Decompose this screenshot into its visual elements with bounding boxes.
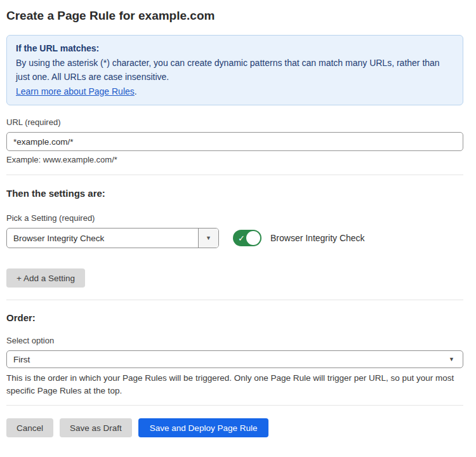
setting-select-value: Browser Integrity Check [7, 228, 198, 248]
add-setting-button[interactable]: + Add a Setting [6, 268, 85, 288]
settings-section-heading: Then the settings are: [6, 188, 463, 199]
divider [6, 175, 463, 175]
browser-integrity-toggle[interactable]: ✓ [233, 230, 261, 246]
order-select[interactable]: First ▼ [6, 350, 463, 368]
save-as-draft-button[interactable]: Save as Draft [60, 418, 132, 437]
save-and-deploy-button[interactable]: Save and Deploy Page Rule [138, 418, 269, 437]
setting-select[interactable]: Browser Integrity Check ▼ [6, 228, 219, 248]
url-input[interactable] [6, 132, 463, 151]
order-section-heading: Order: [6, 312, 463, 323]
setting-row: Browser Integrity Check ▼ ✓ Browser Inte… [6, 228, 463, 248]
chevron-down-icon: ▼ [206, 235, 211, 241]
page-rules-help-link[interactable]: Learn more about Page Rules [16, 86, 135, 96]
info-box-link-line: Learn more about Page Rules. [16, 84, 454, 99]
order-help-text: This is the order in which your Page Rul… [6, 372, 463, 397]
order-select-value: First [7, 351, 440, 368]
order-label: Select option [6, 336, 463, 345]
cancel-button[interactable]: Cancel [6, 418, 53, 437]
page-title: Create a Page Rule for example.com [6, 9, 463, 23]
footer-actions: Cancel Save as Draft Save and Deploy Pag… [6, 418, 463, 437]
url-match-info-box: If the URL matches: By using the asteris… [6, 35, 463, 105]
divider [6, 300, 463, 300]
page-rule-form: Create a Page Rule for example.com If th… [0, 9, 476, 437]
info-box-heading: If the URL matches: [16, 41, 454, 56]
toggle-label: Browser Integrity Check [270, 233, 365, 243]
setting-select-caret-button[interactable]: ▼ [198, 228, 218, 248]
toggle-knob [246, 231, 260, 245]
divider [6, 405, 463, 406]
info-box-body: By using the asterisk (*) character, you… [16, 56, 454, 84]
chevron-down-icon: ▼ [440, 351, 463, 368]
url-label: URL (required) [6, 117, 463, 127]
url-example-text: Example: www.example.com/* [6, 155, 463, 164]
pick-setting-label: Pick a Setting (required) [6, 213, 463, 223]
link-suffix: . [135, 86, 137, 96]
check-icon: ✓ [238, 234, 245, 242]
